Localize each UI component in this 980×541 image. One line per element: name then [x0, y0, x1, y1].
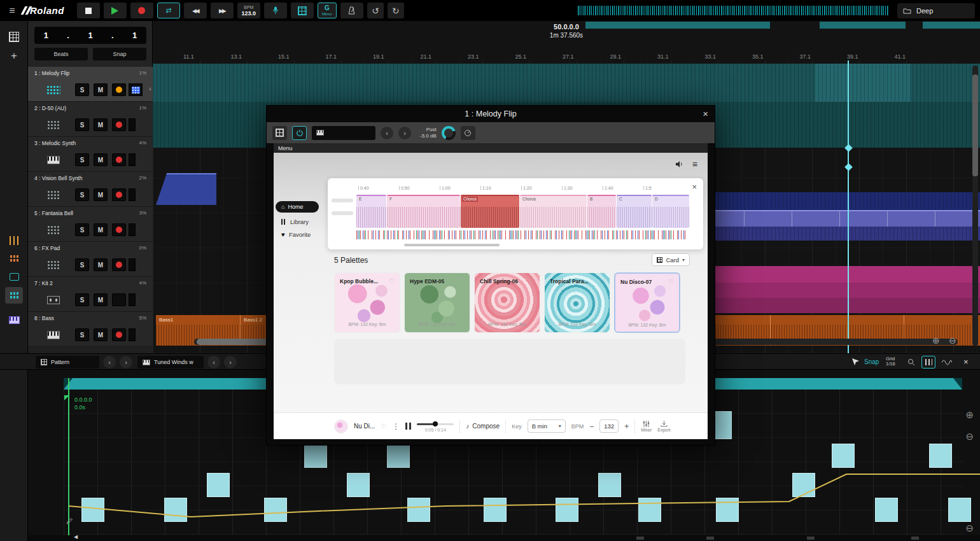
track-instrument-icon[interactable]: [46, 259, 61, 270]
stop-button[interactable]: [77, 3, 100, 18]
favorite-heart-icon[interactable]: ♡: [381, 423, 386, 430]
zoom-in-icon[interactable]: ⊕: [965, 409, 974, 421]
solo-button[interactable]: S: [75, 293, 89, 306]
automation-toggle[interactable]: [129, 188, 136, 201]
automation-toggle[interactable]: [129, 258, 136, 271]
track-instrument-icon[interactable]: [46, 119, 61, 130]
nav-home[interactable]: ⌂ Home: [276, 201, 319, 213]
favorite-heart-icon[interactable]: ♡: [389, 278, 395, 285]
track-row[interactable]: 7 : Kit 2 4% S M ‹: [28, 277, 153, 312]
clip-vision-bell[interactable]: [156, 173, 216, 205]
playback-slider[interactable]: 0:05 / 0:14: [417, 421, 454, 432]
automation-toggle[interactable]: [129, 223, 136, 236]
mixer-rail-button[interactable]: [5, 232, 23, 249]
note-block[interactable]: [638, 498, 661, 522]
pattern-prev-button[interactable]: ‹: [103, 356, 116, 369]
note-block[interactable]: [875, 498, 898, 522]
bottom-tool-icon[interactable]: [911, 537, 919, 540]
transport-position-display[interactable]: 1 . 1 . 1: [34, 27, 146, 44]
note-block[interactable]: [347, 473, 370, 497]
preview-scrollbar[interactable]: [404, 244, 500, 246]
track-row[interactable]: 3 : Melodic Synth 4% S M ‹: [28, 137, 153, 172]
beats-button[interactable]: Beats: [34, 48, 88, 60]
draw-tool-icon[interactable]: [66, 518, 73, 524]
pad-view-button[interactable]: [5, 287, 23, 304]
automation-toggle[interactable]: [129, 153, 136, 166]
note-block[interactable]: [81, 498, 104, 522]
track-instrument-icon[interactable]: [46, 294, 61, 306]
mixer-button[interactable]: Mixer: [641, 421, 652, 432]
undo-button[interactable]: ↺: [367, 3, 384, 18]
redo-button[interactable]: ↻: [388, 3, 404, 18]
track-row[interactable]: 1 : Melody Flip 1% S M ‹: [28, 67, 153, 102]
bar-ruler[interactable]: 11.113.115.117.119.121.123.125.127.129.1…: [153, 53, 942, 60]
song-section-block[interactable]: B: [587, 195, 616, 228]
gain-knob[interactable]: [442, 126, 456, 140]
note-block[interactable]: [792, 473, 815, 497]
automation-toggle[interactable]: [129, 293, 136, 306]
instrument-selector[interactable]: Tuned Winds w: [137, 356, 204, 369]
automation-toggle[interactable]: [129, 118, 136, 131]
solo-button[interactable]: S: [75, 118, 89, 131]
note-block[interactable]: [304, 444, 327, 468]
zoom-out-icon[interactable]: ⊖: [965, 431, 974, 442]
loop-button[interactable]: ⇄: [157, 3, 180, 18]
solo-button[interactable]: S: [75, 83, 89, 96]
snap-button[interactable]: Snap: [93, 48, 146, 60]
note-block[interactable]: [407, 498, 430, 522]
metronome-button[interactable]: [340, 3, 363, 18]
bpm-increase-button[interactable]: +: [624, 422, 629, 431]
arm-record-button[interactable]: [112, 258, 126, 271]
grid-mode-button[interactable]: [291, 3, 314, 18]
solo-button[interactable]: S: [75, 258, 89, 271]
plugin-output-button[interactable]: [461, 126, 475, 140]
note-block[interactable]: [484, 498, 507, 522]
note-block[interactable]: [929, 444, 952, 468]
favorite-heart-icon[interactable]: ♡: [529, 278, 535, 285]
song-section-block[interactable]: D: [652, 195, 689, 228]
palette-card[interactable]: Kpop Bubble... ♡ BPM: 132 Key: Bm: [334, 272, 400, 333]
note-block[interactable]: [387, 444, 410, 468]
note-block[interactable]: [264, 498, 287, 522]
song-section-block[interactable]: E: [356, 195, 386, 228]
mute-button[interactable]: M: [94, 153, 108, 166]
plugin-grid-button[interactable]: [272, 126, 287, 140]
master-preset-selector[interactable]: Deep: [897, 3, 975, 18]
bottom-tool-icon[interactable]: [636, 537, 644, 540]
browser-menu-icon[interactable]: ≡: [692, 159, 697, 169]
levels-button[interactable]: [921, 356, 935, 369]
g-mirror-button[interactable]: G Mirror: [318, 3, 337, 18]
snap-toggle[interactable]: Snap: [864, 358, 879, 365]
collapse-arrow-icon[interactable]: ‹: [149, 85, 151, 92]
mute-button[interactable]: M: [94, 83, 108, 96]
bpm-value-field[interactable]: 132: [599, 419, 619, 433]
note-block[interactable]: [716, 498, 739, 522]
solo-button[interactable]: S: [75, 328, 89, 341]
note-block[interactable]: [207, 473, 230, 497]
magnifier-icon[interactable]: [907, 358, 915, 366]
note-block[interactable]: [164, 498, 187, 522]
zoom-out-icon[interactable]: ⊖: [949, 335, 956, 346]
close-plugin-icon[interactable]: ×: [703, 108, 708, 119]
pattern-selector[interactable]: Pattern: [36, 356, 99, 369]
preset-next-button[interactable]: ›: [398, 127, 411, 139]
export-button[interactable]: Export: [657, 421, 670, 432]
arm-record-button[interactable]: [112, 83, 126, 96]
browser-button[interactable]: [5, 29, 23, 45]
song-section-block[interactable]: Chorus: [461, 195, 519, 228]
favorite-heart-icon[interactable]: ♡: [599, 278, 605, 285]
keyboard-view-button[interactable]: [5, 312, 23, 328]
preview-sections[interactable]: E F Chorus Chorus: [356, 195, 690, 228]
song-section-block[interactable]: F: [387, 195, 460, 228]
more-options-icon[interactable]: ⋮: [392, 422, 400, 431]
solo-button[interactable]: S: [75, 153, 89, 166]
arm-record-button[interactable]: [112, 118, 126, 131]
mute-button[interactable]: M: [94, 258, 108, 271]
close-preview-icon[interactable]: ×: [692, 182, 697, 192]
track-row[interactable]: 2 : D-50 (AU) 1% S M ‹: [28, 102, 153, 137]
favorite-heart-icon[interactable]: ♡: [459, 278, 465, 285]
track-row[interactable]: 5 : Fantasia Bell 3% S M ‹: [28, 207, 153, 242]
grid-setting[interactable]: Grid 1/16: [886, 356, 895, 367]
mic-button[interactable]: [264, 3, 287, 18]
plugin-power-button[interactable]: [292, 126, 307, 140]
